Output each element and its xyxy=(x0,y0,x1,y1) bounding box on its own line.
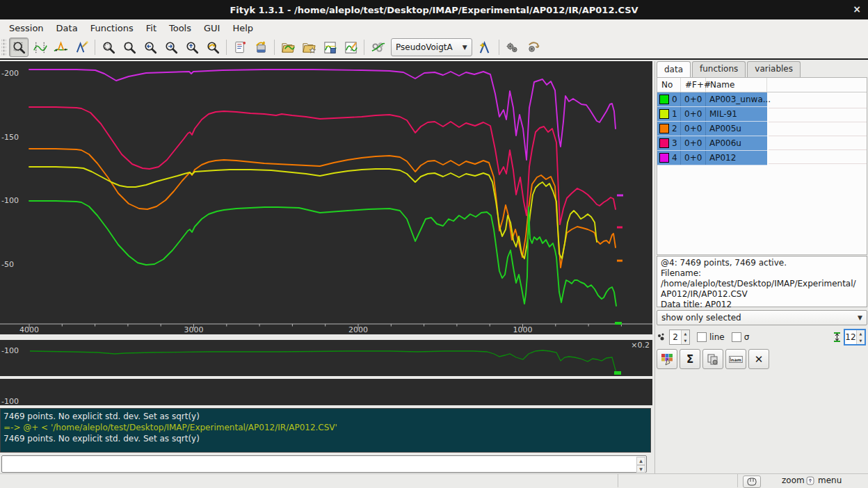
mouse-config-button[interactable] xyxy=(743,475,761,488)
toolbar-separator xyxy=(364,40,364,55)
y-fit-icon[interactable] xyxy=(833,332,842,343)
rename-button[interactable]: nam xyxy=(725,349,746,369)
main-plot-canvas[interactable]: -200-150-100-504000300020001000 xyxy=(0,61,652,334)
menu-functions[interactable]: Functions xyxy=(84,21,140,35)
svg-text:-150: -150 xyxy=(1,133,19,142)
toolbar-separator xyxy=(95,40,95,55)
svg-text:3000: 3000 xyxy=(184,325,204,334)
data-shift-arrows[interactable]: ▲▼ xyxy=(856,330,865,344)
menu-gui[interactable]: GUI xyxy=(198,21,226,35)
console-line: =-> @+ < '/home/aleplo/test/Desktop/IMAP… xyxy=(3,422,648,433)
sigma-checkbox[interactable] xyxy=(732,332,741,342)
menu-fit[interactable]: Fit xyxy=(140,21,163,35)
dataset-color-swatch[interactable] xyxy=(659,95,669,104)
open-data-button[interactable] xyxy=(278,38,298,57)
scroll-right-button[interactable] xyxy=(161,38,181,57)
spectrum-curve-MIL-91 xyxy=(29,167,597,259)
line-checkbox[interactable] xyxy=(697,332,707,342)
dataset-color-swatch[interactable] xyxy=(659,138,669,148)
tab-data[interactable]: data xyxy=(657,61,691,77)
table-row[interactable]: 10+0MIL-91 xyxy=(657,107,767,122)
point-size-arrows[interactable]: ▲▼ xyxy=(681,330,689,344)
data-transform-button[interactable] xyxy=(368,38,387,57)
svg-text:4000: 4000 xyxy=(19,325,39,334)
column-header-name[interactable]: Name xyxy=(706,78,767,92)
dataset-number: 0 xyxy=(672,95,677,104)
execute-script-button[interactable] xyxy=(251,38,271,57)
previous-view-button[interactable] xyxy=(203,38,223,57)
fit-run-button[interactable] xyxy=(503,38,522,57)
sidebar-tabs: datafunctionsvariables xyxy=(657,61,802,77)
command-input[interactable]: ▲▼ xyxy=(1,455,647,473)
dataset-number: 1 xyxy=(672,109,677,119)
table-row[interactable]: 30+0AP006u xyxy=(657,136,767,151)
toolbar-drag-handle[interactable] xyxy=(1,39,6,56)
mode-activate-button[interactable] xyxy=(72,38,91,57)
script-editor-button[interactable] xyxy=(230,38,250,57)
zoom-in-button[interactable] xyxy=(99,38,118,57)
svg-text:1000: 1000 xyxy=(513,325,533,334)
tab-functions[interactable]: functions xyxy=(692,61,746,77)
statusbar-separator xyxy=(618,474,618,487)
open-data-custom-button[interactable] xyxy=(299,38,319,57)
info-line: AP012/IR/AP012.CSV xyxy=(661,289,863,300)
console-line: 7469 points. No explicit std. dev. Set a… xyxy=(3,411,648,422)
mouse-icon xyxy=(746,478,757,486)
menu-tools[interactable]: Tools xyxy=(163,21,198,35)
close-icon[interactable]: × xyxy=(853,3,861,15)
svg-text:2000: 2000 xyxy=(348,325,368,334)
dataset-number: 3 xyxy=(672,138,677,148)
menu-data[interactable]: Data xyxy=(50,21,84,35)
spectrum-curve-AP003_unwa xyxy=(29,201,616,306)
menu-help[interactable]: Help xyxy=(226,21,259,35)
svg-text:-200: -200 xyxy=(1,69,19,78)
mode-add-peak-button[interactable] xyxy=(51,38,70,57)
copy-data-button[interactable] xyxy=(702,349,723,369)
dataset-table-header: No#F+#Name xyxy=(657,78,867,92)
row-separator xyxy=(769,108,867,108)
column-header-no[interactable]: No xyxy=(657,78,681,92)
table-row[interactable]: 00+0AP003_unwa... xyxy=(657,92,767,107)
dataset-name: AP003_unwa... xyxy=(706,92,767,106)
mode-data-range-button[interactable] xyxy=(30,38,49,57)
table-row[interactable]: 20+0AP005u xyxy=(657,122,767,136)
tab-variables[interactable]: variables xyxy=(747,61,801,77)
mouse-hint-icon xyxy=(805,475,815,485)
fit-settings-button[interactable] xyxy=(524,38,543,57)
command-history-arrows[interactable]: ▲▼ xyxy=(636,457,645,473)
table-row[interactable]: 40+0AP012 xyxy=(657,151,767,165)
dataset-name: AP005u xyxy=(706,122,767,136)
menu-session[interactable]: Session xyxy=(3,21,50,35)
point-size-spinner[interactable]: 2 ▲▼ xyxy=(669,330,690,345)
peak-type-dropdown[interactable]: PseudoVoigtA▼ xyxy=(391,38,472,56)
dataset-color-swatch[interactable] xyxy=(659,109,669,119)
chevron-down-icon: ▼ xyxy=(463,44,467,51)
dataset-color-swatch[interactable] xyxy=(659,124,669,133)
scroll-up-button[interactable] xyxy=(182,38,202,57)
aux-plot-1[interactable]: -100×0.2 xyxy=(0,340,652,376)
mode-zoom-button[interactable] xyxy=(9,38,29,57)
row-separator xyxy=(769,163,867,164)
dataset-color-swatch[interactable] xyxy=(659,153,669,163)
info-line: Data title: AP012 xyxy=(661,300,863,310)
data-shift-spinner[interactable]: 12 ▲▼ xyxy=(844,329,866,345)
sidebar-buttons: Σnam✕ xyxy=(657,349,771,369)
dataset-fcount: 0+0 xyxy=(681,107,706,121)
auto-add-peak-button[interactable] xyxy=(476,38,495,57)
delete-button[interactable]: ✕ xyxy=(748,349,769,369)
aux-plot-2[interactable]: -100 xyxy=(0,379,652,405)
column-header-f[interactable]: #F+# xyxy=(681,78,706,92)
zoom-out-button[interactable] xyxy=(120,38,139,57)
point-size-value: 2 xyxy=(670,332,681,342)
show-filter-value: show only selected xyxy=(661,313,741,323)
save-session-as-button[interactable] xyxy=(341,38,360,57)
scroll-left-button[interactable] xyxy=(140,38,160,57)
show-filter-dropdown[interactable]: show only selected ▼ xyxy=(657,310,867,325)
save-session-button[interactable] xyxy=(320,38,339,57)
toolbar-separator xyxy=(274,40,275,55)
colors-button[interactable] xyxy=(657,349,677,369)
svg-text:-50: -50 xyxy=(1,260,14,269)
dataset-table: No#F+#Name 00+0AP003_unwa...10+0MIL-9120… xyxy=(657,77,867,255)
row-separator xyxy=(769,149,867,150)
sum-button[interactable]: Σ xyxy=(680,349,700,369)
